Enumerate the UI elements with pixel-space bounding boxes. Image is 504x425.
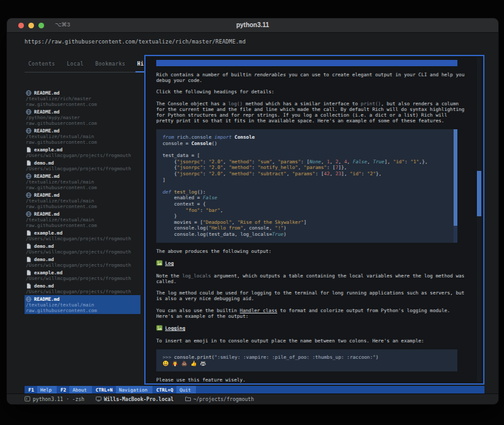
- history-item-title: example.md: [34, 270, 62, 276]
- history-item-title: demo.md: [34, 283, 54, 289]
- paragraph: You can also use the builtin Handler cla…: [156, 308, 466, 319]
- globe-icon: [26, 109, 32, 115]
- window-title: python3.11: [7, 21, 498, 28]
- image-icon: [156, 260, 163, 267]
- history-item-path: /Users/willmcgugan/projects/frogmouth: [26, 166, 139, 172]
- history-item[interactable]: demo.md/Users/willmcgugan/projects/frogm…: [25, 282, 140, 295]
- history-item-path: /textualize/textual/main: [26, 134, 139, 139]
- url-input[interactable]: https://raw.githubusercontent.com/textua…: [25, 38, 481, 47]
- history-item-path: /textualize/textual/main: [26, 302, 139, 308]
- image-link[interactable]: Log: [165, 260, 174, 266]
- history-item-path: /Users/willmcgugan/projects/frogmouth: [26, 153, 139, 158]
- history-item-title: README.md: [34, 192, 60, 198]
- globe-icon: [26, 192, 32, 198]
- history-item[interactable]: README.md/textualize/textual/mainraw.git…: [25, 210, 140, 229]
- history-item-title: demo.md: [34, 160, 54, 166]
- image-link-row: Logging: [156, 325, 466, 332]
- history-item[interactable]: README.md/python/mypy/masterraw.githubus…: [25, 108, 140, 127]
- history-item[interactable]: README.md/textualize/textual/mainraw.git…: [25, 191, 140, 210]
- document-icon: [26, 243, 32, 249]
- footer-label-help[interactable]: Help: [37, 386, 57, 393]
- history-item[interactable]: README.md/textualize/textual/mainraw.git…: [25, 172, 140, 191]
- paragraph: To insert an emoji in to console output …: [156, 338, 466, 344]
- terminal-statusbar: python3.11 · -zshWills-MacBook-Pro.local…: [7, 393, 498, 404]
- history-item-title: README.md: [34, 109, 60, 115]
- app-footer-keybar: F1HelpF2AboutCTRL+NNavigationCTRL+QQuit: [25, 386, 484, 393]
- history-item-path: raw.githubusercontent.com: [26, 223, 139, 228]
- paragraph: Note the log_locals argument, which outp…: [156, 273, 466, 284]
- history-item[interactable]: demo.md/Users/willmcgugan/projects/frogm…: [25, 242, 140, 255]
- statusbar-item: python3.11 · -zsh: [25, 396, 84, 403]
- viewer-scrollbar[interactable]: [477, 57, 481, 382]
- history-item-title: README.md: [34, 211, 60, 217]
- document-icon: [26, 283, 32, 289]
- document-icon: [26, 160, 32, 166]
- code-scrollbar[interactable]: [454, 129, 457, 242]
- code-scrollbar-thumb[interactable]: [454, 129, 457, 225]
- history-item-path: raw.githubusercontent.com: [26, 120, 139, 126]
- paragraph: Rich contains a number of builtin render…: [156, 72, 466, 83]
- footer-key-help[interactable]: F1: [25, 386, 37, 393]
- markdown-content: Rich contains a number of builtin render…: [156, 59, 466, 385]
- history-item-title: README.md: [34, 90, 60, 96]
- code-text: >>> console.print(":smiley: :vampire: :p…: [163, 354, 449, 366]
- terminal-window: ⌥⌘3 python3.11 https://raw.githubusercon…: [6, 18, 499, 405]
- history-item-path: raw.githubusercontent.com: [26, 139, 139, 145]
- paragraph: Please use this feature wisely.: [156, 377, 466, 383]
- history-item-title: demo.md: [34, 243, 54, 249]
- folder-icon: [185, 396, 191, 403]
- footer-key-about[interactable]: F2: [57, 386, 69, 393]
- history-item-title: demo.md: [34, 257, 54, 262]
- code-block: from rich.console import Console console…: [156, 129, 457, 242]
- history-list: README.md/textualize/rich/masterraw.gith…: [25, 89, 140, 384]
- monitor-icon: [96, 396, 101, 403]
- code-text: from rich.console import Console console…: [163, 134, 449, 237]
- markdown-viewer[interactable]: Rich contains a number of builtin render…: [144, 55, 484, 385]
- document-icon: [26, 270, 32, 276]
- history-item-path: /textualize/textual/main: [26, 179, 139, 185]
- history-item-path: raw.githubusercontent.com: [26, 308, 139, 313]
- inline-link[interactable]: Handler class: [240, 308, 277, 313]
- history-item[interactable]: README.md/textualize/textual/mainraw.git…: [25, 295, 140, 314]
- history-item[interactable]: README.md/textualize/rich/masterraw.gith…: [25, 89, 140, 108]
- document-icon: [26, 230, 32, 236]
- tab-local[interactable]: Local: [67, 61, 84, 67]
- globe-icon: [26, 90, 32, 96]
- history-item-path: /Users/willmcgugan/projects/frogmouth: [26, 236, 139, 242]
- footer-key-navigation[interactable]: CTRL+N: [92, 386, 116, 393]
- shell-icon: [25, 396, 30, 403]
- paragraph: The above produces the following output:: [156, 248, 466, 254]
- history-item[interactable]: demo.md/Users/willmcgugan/projects/frogm…: [25, 255, 140, 269]
- history-item[interactable]: example.md/Users/willmcgugan/projects/fr…: [25, 229, 140, 242]
- tab-contents[interactable]: Contents: [28, 61, 55, 67]
- sidebar-tabbar: ContentsLocalBookmarksHistory: [25, 59, 140, 73]
- history-item[interactable]: README.md/textualize/textual/mainraw.git…: [25, 127, 140, 146]
- history-item-path: /Users/willmcgugan/projects/frogmouth: [26, 262, 139, 268]
- globe-icon: [26, 173, 32, 179]
- tab-bookmarks[interactable]: Bookmarks: [95, 61, 125, 67]
- history-item-title: example.md: [34, 147, 62, 153]
- document-icon: [26, 147, 32, 153]
- history-item[interactable]: demo.md/Users/willmcgugan/projects/frogm…: [25, 159, 140, 172]
- document-icon: [26, 257, 32, 262]
- history-item[interactable]: example.md/Users/willmcgugan/projects/fr…: [25, 269, 140, 282]
- window-titlebar[interactable]: ⌥⌘3 python3.11: [7, 18, 498, 33]
- footer-label-about[interactable]: About: [69, 386, 92, 393]
- history-item-path: /Users/willmcgugan/projects/frogmouth: [26, 276, 139, 281]
- footer-label-quit[interactable]: Quit: [176, 386, 196, 393]
- image-link[interactable]: Logging: [165, 325, 185, 331]
- paragraph: The log method could be used for logging…: [156, 290, 466, 301]
- viewer-scrollbar-thumb[interactable]: [477, 171, 481, 216]
- image-icon: [156, 325, 163, 332]
- statusbar-item: Wills-MacBook-Pro.local: [96, 396, 174, 403]
- globe-icon: [26, 211, 32, 217]
- footer-key-quit[interactable]: CTRL+Q: [152, 386, 176, 393]
- history-item[interactable]: example.md/Users/willmcgugan/projects/fr…: [25, 146, 140, 159]
- footer-label-navigation[interactable]: Navigation: [116, 386, 152, 393]
- history-item-title: example.md: [34, 230, 62, 236]
- history-item-path: /Users/willmcgugan/projects/frogmouth: [26, 249, 139, 255]
- desktop: ⌥⌘3 python3.11 https://raw.githubusercon…: [0, 0, 504, 425]
- history-item-path: /textualize/textual/main: [26, 217, 139, 223]
- image-link-row: Log: [156, 260, 466, 267]
- globe-icon: [26, 128, 32, 134]
